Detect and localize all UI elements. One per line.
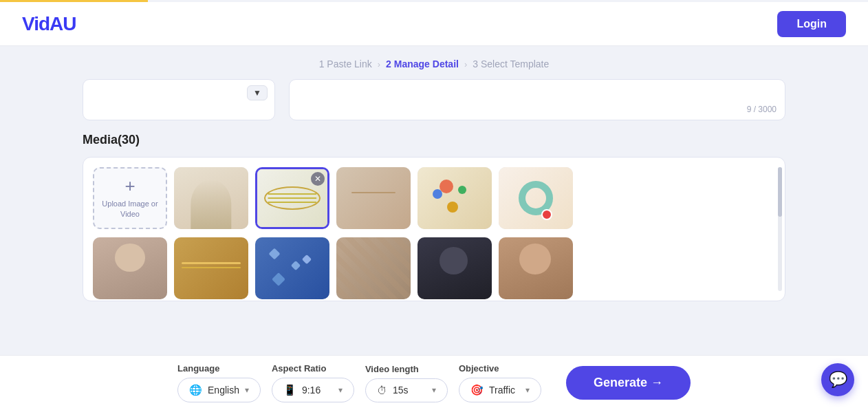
media-thumb-8[interactable] <box>255 237 329 299</box>
top-bar: VidAU Login <box>0 2 868 46</box>
media-thumb-9[interactable] <box>336 237 411 299</box>
language-group: Language 🌐 English ▾ <box>177 363 261 402</box>
aspect-ratio-chevron-icon: ▾ <box>338 385 343 395</box>
media-thumb-11[interactable] <box>499 237 573 299</box>
media-container: + Upload Image orVideo ✕ <box>83 157 785 301</box>
objective-value: Traffic <box>489 385 515 396</box>
globe-icon: 🌐 <box>189 384 202 396</box>
language-select[interactable]: 🌐 English ▾ <box>177 378 261 402</box>
step-arrow-2: › <box>464 59 467 69</box>
input-row: ▼ 9 / 3000 <box>83 79 785 120</box>
objective-chevron-icon: ▾ <box>525 385 530 395</box>
select-mini[interactable]: ▼ <box>247 85 268 100</box>
steps-nav: 1 Paste Link › 2 Manage Detail › 3 Selec… <box>0 46 868 79</box>
media-thumb-3[interactable] <box>336 167 411 229</box>
logo: VidAU <box>22 13 76 35</box>
aspect-ratio-label: Aspect Ratio <box>272 363 354 374</box>
objective-group: Objective 🎯 Traffic ▾ <box>459 363 541 402</box>
target-icon: 🎯 <box>470 384 484 396</box>
generate-button[interactable]: Generate → <box>566 366 691 400</box>
video-length-chevron-icon: ▾ <box>432 385 436 395</box>
select-mini-label: ▼ <box>253 88 261 98</box>
upload-button[interactable]: + Upload Image orVideo <box>93 167 167 229</box>
media-thumb-1[interactable] <box>174 167 248 229</box>
objective-select[interactable]: 🎯 Traffic ▾ <box>459 378 541 402</box>
media-scrollbar-thumb <box>778 167 782 217</box>
step-paste-link[interactable]: 1 Paste Link <box>319 58 372 69</box>
media-thumb-6[interactable] <box>93 237 167 299</box>
video-length-select[interactable]: ⏱ 15s ▾ <box>365 378 448 402</box>
bottom-bar: Language 🌐 English ▾ Aspect Ratio 📱 9:16… <box>0 355 868 410</box>
chat-button[interactable]: 💬 <box>821 363 854 396</box>
upload-label: Upload Image orVideo <box>102 199 158 220</box>
media-scrollbar[interactable] <box>778 167 782 291</box>
step-select-template[interactable]: 3 Select Template <box>473 58 549 69</box>
media-thumb-4[interactable] <box>417 167 492 229</box>
language-label: Language <box>177 363 261 374</box>
media-thumb-10[interactable] <box>417 237 492 299</box>
objective-label: Objective <box>459 363 541 374</box>
media-title: Media(30) <box>83 133 785 147</box>
step-manage-detail[interactable]: 2 Manage Detail <box>386 58 459 69</box>
video-length-label: Video length <box>365 364 448 374</box>
chat-icon: 💬 <box>829 371 847 389</box>
aspect-ratio-value: 9:16 <box>302 385 321 396</box>
video-length-value: 15s <box>393 385 409 396</box>
main-content: ▼ 9 / 3000 Media(30) + Upload Image orVi… <box>0 79 868 301</box>
step-arrow-1: › <box>378 59 380 69</box>
login-button[interactable]: Login <box>777 11 846 37</box>
left-input-box: ▼ <box>83 79 275 120</box>
media-thumb-7[interactable] <box>174 237 248 299</box>
media-thumb-5[interactable] <box>499 167 573 229</box>
aspect-ratio-group: Aspect Ratio 📱 9:16 ▾ <box>272 363 354 402</box>
language-chevron-icon: ▾ <box>245 385 249 395</box>
media-thumb-2[interactable]: ✕ <box>255 167 329 229</box>
media-row-1: + Upload Image orVideo ✕ <box>93 167 775 229</box>
right-input-box: 9 / 3000 <box>289 79 785 120</box>
remove-thumb-2-button[interactable]: ✕ <box>311 172 325 186</box>
language-value: English <box>208 385 239 396</box>
char-count: 9 / 3000 <box>747 105 777 114</box>
upload-plus-icon: + <box>124 177 135 195</box>
phone-icon: 📱 <box>283 384 296 396</box>
clock-icon: ⏱ <box>377 385 387 396</box>
media-row-2 <box>93 237 775 299</box>
video-length-group: Video length ⏱ 15s ▾ <box>365 364 448 402</box>
aspect-ratio-select[interactable]: 📱 9:16 ▾ <box>272 378 354 402</box>
